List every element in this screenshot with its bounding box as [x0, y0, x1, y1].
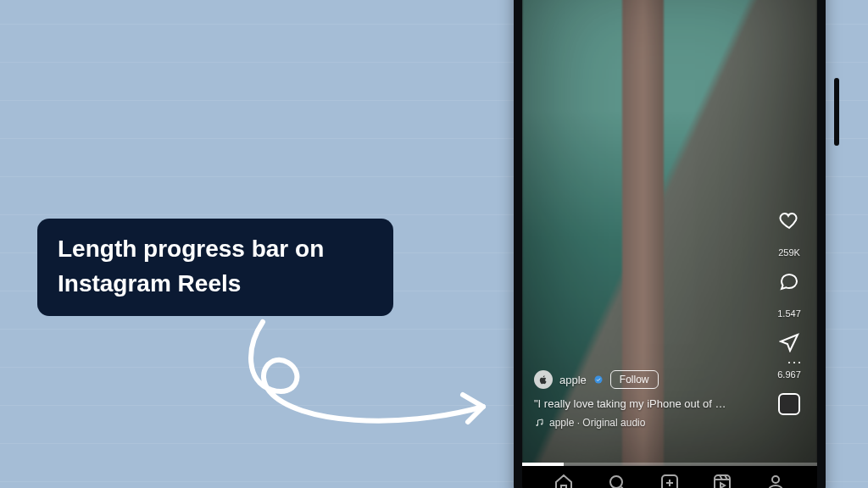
like-count: 259K [778, 247, 800, 258]
reel-caption[interactable]: "I really love taking my iPhone out of … [534, 397, 763, 410]
svg-point-3 [610, 476, 622, 488]
music-note-icon [534, 418, 544, 428]
annotation-callout: Length progress bar on Instagram Reels [37, 219, 393, 316]
phone-mockup: 259K 1.547 6.967 ⋯ apple Follow "I reall… [514, 0, 826, 488]
reels-icon [712, 473, 732, 488]
like-button[interactable] [779, 210, 799, 234]
verified-badge-icon [593, 374, 604, 385]
tab-home[interactable] [554, 473, 574, 488]
more-button[interactable]: ⋯ [787, 352, 802, 371]
svg-point-2 [541, 423, 542, 424]
tab-create[interactable] [659, 473, 680, 488]
phone-side-button [834, 78, 839, 146]
profile-icon [765, 473, 786, 488]
callout-line1: Length progress bar on [58, 236, 324, 262]
svg-point-1 [536, 424, 537, 426]
search-icon [607, 473, 627, 488]
comment-button[interactable] [779, 271, 799, 295]
tab-profile[interactable] [765, 473, 786, 488]
audio-row[interactable]: apple · Original audio [534, 417, 763, 429]
user-avatar[interactable] [534, 370, 553, 389]
annotation-arrow [229, 313, 517, 458]
reel-meta: apple Follow "I really love taking my iP… [534, 370, 763, 429]
comment-count: 1.547 [777, 308, 801, 319]
apple-logo-icon [538, 374, 548, 385]
tab-search[interactable] [607, 473, 627, 488]
engagement-rail: 259K 1.547 6.967 [770, 210, 809, 415]
user-row[interactable]: apple Follow [534, 370, 763, 389]
follow-button[interactable]: Follow [610, 370, 659, 389]
svg-point-0 [594, 376, 602, 384]
plus-square-icon [659, 473, 680, 488]
home-icon [554, 473, 574, 488]
heart-icon [779, 210, 799, 230]
username[interactable]: apple [559, 374, 587, 386]
phone-screen: 259K 1.547 6.967 ⋯ apple Follow "I reall… [522, 0, 817, 488]
tab-reels[interactable] [712, 473, 732, 488]
comment-icon [779, 271, 799, 291]
audio-thumbnail[interactable] [778, 393, 800, 415]
audio-label: apple · Original audio [549, 417, 645, 429]
tab-bar [522, 466, 817, 488]
callout-line2: Instagram Reels [58, 270, 241, 297]
share-icon [779, 332, 799, 352]
svg-point-6 [772, 476, 779, 483]
